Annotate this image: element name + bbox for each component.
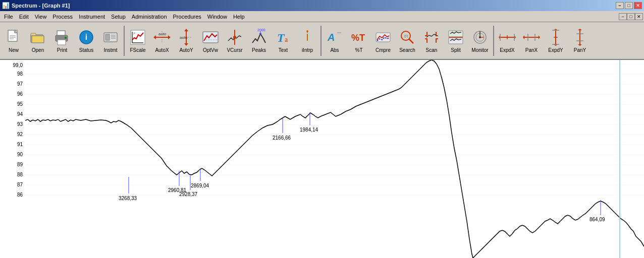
y-axis: 99,0 98 97 96 95 94 93 92 91 90 89 88 87… [0, 60, 25, 258]
minimize-button[interactable]: − [616, 2, 624, 9]
title-bar: 📊 Spectrum - [Graph #1] − □ ✕ [0, 0, 644, 11]
y-label-95: 95 [17, 101, 23, 107]
iintrp-icon [298, 28, 316, 46]
svg-marker-84 [578, 44, 582, 46]
open-button[interactable]: Open [26, 24, 49, 58]
monitor-icon [471, 28, 489, 46]
y-label-97: 97 [17, 81, 23, 87]
print-button[interactable]: Print [50, 24, 74, 58]
optvw-icon [201, 28, 220, 46]
new-icon [5, 28, 23, 46]
close-button[interactable]: ✕ [634, 2, 642, 9]
menu-setup[interactable]: Setup [108, 13, 129, 21]
new-label: New [9, 47, 19, 53]
svg-rect-53 [376, 33, 390, 42]
status-button[interactable]: i Status [75, 24, 98, 58]
optvw-label: OptVw [203, 47, 218, 53]
svg-text:IR: IR [404, 34, 409, 39]
menu-window[interactable]: Window [204, 13, 230, 21]
text-button[interactable]: T a Text [272, 24, 295, 58]
menu-procedures[interactable]: Procedures [170, 13, 204, 21]
panx-button[interactable]: PanX [520, 24, 543, 58]
status-label: Status [79, 47, 93, 53]
status-icon: i [77, 28, 95, 46]
autoy-button[interactable]: auto AutoY [175, 24, 198, 58]
peaks-button[interactable]: 2000 Peaks [247, 24, 271, 58]
svg-point-40 [233, 36, 236, 39]
svg-marker-32 [184, 29, 188, 31]
cmpre-label: Cmpre [375, 47, 391, 53]
svg-marker-72 [539, 35, 540, 39]
svg-text:%T: %T [351, 33, 365, 43]
pany-button[interactable]: PanY [568, 24, 592, 58]
expdy-button[interactable]: ExpdY [544, 24, 567, 58]
text-label: Text [279, 47, 288, 53]
app-icon: 📊 [2, 2, 10, 9]
instmt-button[interactable]: Instmt [99, 24, 122, 58]
abs-button[interactable]: A Abs [323, 24, 346, 58]
svg-rect-9 [32, 36, 44, 43]
autoy-icon: auto [177, 28, 195, 46]
peaks-icon: 2000 [250, 28, 268, 46]
expdx-button[interactable]: ExpdX [496, 24, 519, 58]
inner-minimize[interactable]: − [619, 13, 627, 20]
instmt-icon [101, 28, 120, 46]
panx-label: PanX [525, 47, 538, 53]
pany-label: PanY [574, 47, 586, 53]
svg-text:3268,33: 3268,33 [119, 196, 137, 201]
y-label-90: 90 [17, 152, 23, 157]
menu-file[interactable]: File [1, 13, 16, 21]
y-label-91: 91 [17, 142, 23, 147]
y-label-99: 99,0 [13, 62, 23, 68]
svg-marker-33 [184, 43, 188, 46]
new-button[interactable]: New [2, 24, 25, 58]
expdy-label: ExpdY [548, 47, 563, 53]
svg-line-55 [409, 39, 413, 43]
print-icon [53, 28, 71, 46]
search-button[interactable]: IR Search [396, 24, 419, 58]
iintrp-button[interactable]: iIntrp [296, 24, 319, 58]
cmpre-button[interactable]: Cmpre [371, 24, 395, 58]
expdx-label: ExpdX [500, 47, 514, 53]
maximize-button[interactable]: □ [625, 2, 633, 9]
vcurs-icon [226, 28, 244, 46]
inner-maximize[interactable]: □ [627, 13, 635, 20]
fscale-label: FScale [130, 47, 145, 53]
scan-label: Scan [426, 47, 438, 53]
title-bar-controls[interactable]: − □ ✕ [616, 2, 642, 9]
menu-edit[interactable]: Edit [16, 13, 32, 21]
menu-instrument[interactable]: Instrument [76, 13, 108, 21]
menu-bar: File Edit View Process Instrument Setup … [0, 11, 644, 22]
search-icon: IR [398, 28, 416, 46]
svg-point-64 [479, 36, 481, 38]
fscale-icon: F [129, 28, 147, 46]
expdy-icon [547, 28, 565, 46]
menu-administration[interactable]: Administration [129, 13, 170, 21]
vcurs-button[interactable]: VCursr [223, 24, 246, 58]
optvw-button[interactable]: OptVw [199, 24, 222, 58]
open-label: Open [32, 47, 44, 53]
vcurs-label: VCursr [227, 47, 242, 53]
svg-marker-83 [578, 29, 582, 30]
split-button[interactable]: Split [444, 24, 467, 58]
autox-button[interactable]: auto AutoX [150, 24, 174, 58]
scan-button[interactable]: Scan [420, 24, 443, 58]
autox-icon: auto [153, 28, 171, 46]
y-label-96: 96 [17, 91, 23, 97]
monitor-label: Monitor [471, 47, 488, 53]
svg-text:2000: 2000 [257, 29, 265, 32]
monitor-button[interactable]: Monitor [468, 24, 492, 58]
pct-button[interactable]: %T %T [347, 24, 370, 58]
svg-point-43 [259, 33, 261, 35]
inner-close[interactable]: ✕ [635, 13, 643, 20]
y-label-92: 92 [17, 132, 23, 137]
autox-label: AutoX [155, 47, 169, 53]
window-title: Spectrum - [Graph #1] [12, 3, 70, 9]
fscale-button[interactable]: F FScale [126, 24, 149, 58]
menu-process[interactable]: Process [49, 13, 76, 21]
y-label-88: 88 [17, 172, 23, 177]
menu-view[interactable]: View [32, 13, 50, 21]
menu-help[interactable]: Help [230, 13, 248, 21]
svg-text:T: T [277, 31, 285, 44]
split-icon [447, 28, 465, 46]
